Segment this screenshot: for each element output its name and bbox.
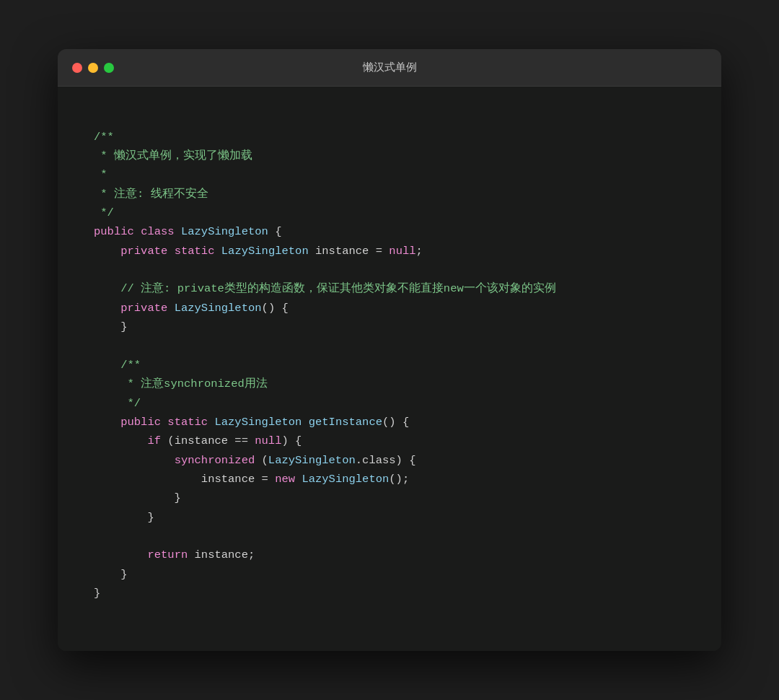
code-line: if (instance == null) { [94,432,685,450]
code-line [94,336,685,355]
code-line [94,261,685,279]
window-title: 懒汉式单例 [363,61,417,74]
minimize-button[interactable] [88,63,98,73]
code-line: public static LazySingleton getInstance(… [94,413,685,432]
code-line: instance = new LazySingleton(); [94,470,685,489]
code-line: return instance; [94,546,685,564]
code-line: // 注意: private类型的构造函数，保证其他类对象不能直接new一个该对… [94,279,685,298]
code-line: private static LazySingleton instance = … [94,242,685,261]
titlebar: 懒汉式单例 [58,49,721,87]
code-line: } [94,318,685,336]
code-line: } [94,584,685,603]
code-line: public class LazySingleton { [94,222,685,241]
code-line: /** [94,356,685,375]
code-line: * [94,165,685,184]
code-line: private LazySingleton() { [94,299,685,318]
code-line [94,108,685,127]
code-window: 懒汉式单例 /** * 懒汉式单例，实现了懒加载 * * 注意: 线程不安全 *… [58,49,721,650]
code-line: } [94,508,685,527]
code-line [94,603,685,621]
traffic-lights [72,63,114,73]
code-line: /** [94,128,685,146]
code-line: } [94,489,685,507]
close-button[interactable] [72,63,82,73]
code-line: */ [94,204,685,222]
maximize-button[interactable] [104,63,114,73]
code-line [94,527,685,546]
code-area: /** * 懒汉式单例，实现了懒加载 * * 注意: 线程不安全 */ publ… [58,87,721,650]
code-line: * 注意: 线程不安全 [94,185,685,204]
code-line: synchronized (LazySingleton.class) { [94,451,685,470]
code-line: * 注意synchronized用法 [94,375,685,393]
code-line: */ [94,394,685,413]
code-line: } [94,565,685,584]
code-line: * 懒汉式单例，实现了懒加载 [94,146,685,165]
